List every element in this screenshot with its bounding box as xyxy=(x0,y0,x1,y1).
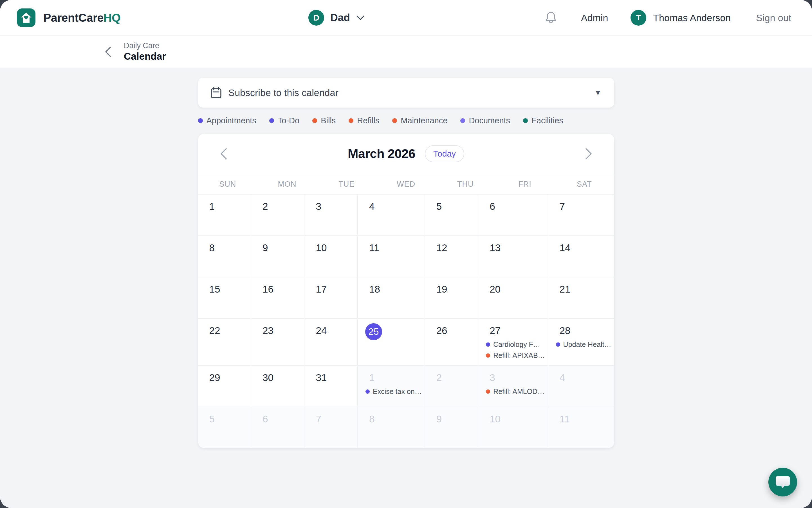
calendar-cell-day-5[interactable]: 5 xyxy=(425,194,479,236)
weekday-label-mon: MON xyxy=(257,174,317,194)
calendar-cell-day-13[interactable]: 13 xyxy=(478,236,548,277)
legend-dot-icon xyxy=(198,118,203,123)
page-header-bar: Daily Care Calendar xyxy=(0,36,812,68)
care-recipient-name: Dad xyxy=(330,12,350,24)
calendar-event[interactable]: Cardiology F… xyxy=(478,340,545,349)
legend-label: Appointments xyxy=(206,116,256,125)
date-number: 28 xyxy=(548,326,611,336)
calendar-event[interactable]: Refill: AMLOD… xyxy=(478,387,545,396)
calendar-cell-day-10-next-month[interactable]: 10 xyxy=(478,407,548,448)
date-number: 12 xyxy=(425,243,475,253)
calendar-cell-day-6[interactable]: 6 xyxy=(478,194,548,236)
calendar-cell-day-1-next-month[interactable]: 1Excise tax on… xyxy=(358,365,425,407)
calendar-cell-day-25[interactable]: 25 xyxy=(358,318,425,365)
date-number: 7 xyxy=(304,414,354,424)
date-number: 15 xyxy=(198,284,248,295)
date-number: 22 xyxy=(198,326,248,336)
user-chip[interactable]: T Thomas Anderson xyxy=(630,10,731,26)
calendar-cell-day-11-next-month[interactable]: 11 xyxy=(548,407,614,448)
calendar-cell-day-20[interactable]: 20 xyxy=(478,277,548,318)
date-number: 1 xyxy=(358,373,422,383)
previous-month-button[interactable] xyxy=(220,147,227,160)
calendar-cell-day-8[interactable]: 8 xyxy=(198,236,251,277)
calendar-cell-day-12[interactable]: 12 xyxy=(425,236,479,277)
date-number: 4 xyxy=(358,201,422,212)
calendar-cell-day-17[interactable]: 17 xyxy=(304,277,357,318)
calendar-cell-day-8-next-month[interactable]: 8 xyxy=(358,407,425,448)
care-recipient-switcher[interactable]: D Dad xyxy=(308,10,365,26)
calendar-cell-day-9-next-month[interactable]: 9 xyxy=(425,407,479,448)
calendar-cell-day-10[interactable]: 10 xyxy=(304,236,357,277)
user-name: Thomas Anderson xyxy=(653,12,731,24)
calendar-cell-day-9[interactable]: 9 xyxy=(251,236,305,277)
brand-name: ParentCareHQ xyxy=(43,11,121,25)
calendar-cell-day-5-next-month[interactable]: 5 xyxy=(198,407,251,448)
calendar-cell-day-31[interactable]: 31 xyxy=(304,365,357,407)
next-month-button[interactable] xyxy=(585,147,592,160)
calendar-cell-day-29[interactable]: 29 xyxy=(198,365,251,407)
calendar-event[interactable]: Refill: APIXAB… xyxy=(478,351,545,359)
today-button[interactable]: Today xyxy=(425,145,464,162)
calendar-cell-day-7[interactable]: 7 xyxy=(548,194,614,236)
legend-label: To-Do xyxy=(278,116,299,125)
legend-item-maintenance: Maintenance xyxy=(392,116,447,125)
calendar-header: March 2026 Today xyxy=(198,134,614,174)
calendar-cell-day-24[interactable]: 24 xyxy=(304,318,357,365)
chat-widget-button[interactable] xyxy=(768,468,797,497)
calendar-cell-day-2-next-month[interactable]: 2 xyxy=(425,365,479,407)
date-number: 6 xyxy=(251,414,301,424)
date-number: 2 xyxy=(251,201,301,212)
calendar-event[interactable]: Update Healt… xyxy=(548,340,611,349)
calendar-cell-day-3[interactable]: 3 xyxy=(304,194,357,236)
calendar-cell-day-21[interactable]: 21 xyxy=(548,277,614,318)
calendar-cell-day-28[interactable]: 28Update Healt… xyxy=(548,318,614,365)
date-number: 11 xyxy=(548,414,611,424)
calendar-cell-day-26[interactable]: 26 xyxy=(425,318,479,365)
calendar-cell-day-18[interactable]: 18 xyxy=(358,277,425,318)
legend-item-facilities: Facilities xyxy=(523,116,563,125)
calendar-cell-day-7-next-month[interactable]: 7 xyxy=(304,407,357,448)
sign-out-link[interactable]: Sign out xyxy=(756,12,791,24)
calendar-cell-day-30[interactable]: 30 xyxy=(251,365,305,407)
calendar-cell-day-15[interactable]: 15 xyxy=(198,277,251,318)
calendar-cell-day-6-next-month[interactable]: 6 xyxy=(251,407,305,448)
calendar-cell-day-14[interactable]: 14 xyxy=(548,236,614,277)
calendar-cell-day-4[interactable]: 4 xyxy=(358,194,425,236)
calendar-cell-day-1[interactable]: 1 xyxy=(198,194,251,236)
date-number: 8 xyxy=(358,414,422,424)
calendar-event[interactable]: Excise tax on… xyxy=(358,387,422,396)
back-button[interactable] xyxy=(105,46,111,57)
brand-logo[interactable]: ParentCareHQ xyxy=(17,8,121,27)
calendar-cell-day-19[interactable]: 19 xyxy=(425,277,479,318)
calendar-cell-day-22[interactable]: 22 xyxy=(198,318,251,365)
event-label: Refill: AMLOD… xyxy=(493,387,544,396)
calendar-cell-day-23[interactable]: 23 xyxy=(251,318,305,365)
main-content: Subscribe to this calendar ▼ Appointment… xyxy=(0,68,812,448)
admin-link[interactable]: Admin xyxy=(581,12,608,24)
subscribe-calendar-dropdown[interactable]: Subscribe to this calendar ▼ xyxy=(198,78,614,108)
today-date-badge: 25 xyxy=(365,323,382,340)
notification-bell-icon[interactable] xyxy=(545,11,557,24)
date-number: 5 xyxy=(198,414,248,424)
event-dot-icon xyxy=(486,389,490,394)
calendar-cell-day-16[interactable]: 16 xyxy=(251,277,305,318)
weekday-label-fri: FRI xyxy=(495,174,555,194)
date-number: 21 xyxy=(548,284,611,295)
date-number: 11 xyxy=(358,243,422,253)
date-number: 16 xyxy=(251,284,301,295)
calendar-cell-day-3-next-month[interactable]: 3Refill: AMLOD… xyxy=(478,365,548,407)
calendar-cell-day-4-next-month[interactable]: 4 xyxy=(548,365,614,407)
legend-item-to-do: To-Do xyxy=(269,116,299,125)
calendar-cell-day-27[interactable]: 27Cardiology F…Refill: APIXAB… xyxy=(478,318,548,365)
legend-dot-icon xyxy=(269,118,274,123)
date-number: 18 xyxy=(358,284,422,295)
calendar-cell-day-2[interactable]: 2 xyxy=(251,194,305,236)
date-number: 27 xyxy=(478,326,545,336)
date-number: 19 xyxy=(425,284,475,295)
legend-label: Refills xyxy=(357,116,379,125)
calendar-cell-day-11[interactable]: 11 xyxy=(358,236,425,277)
legend-item-appointments: Appointments xyxy=(198,116,256,125)
event-list: Update Healt… xyxy=(548,340,611,349)
legend-dot-icon xyxy=(392,118,397,123)
date-number: 9 xyxy=(425,414,475,424)
